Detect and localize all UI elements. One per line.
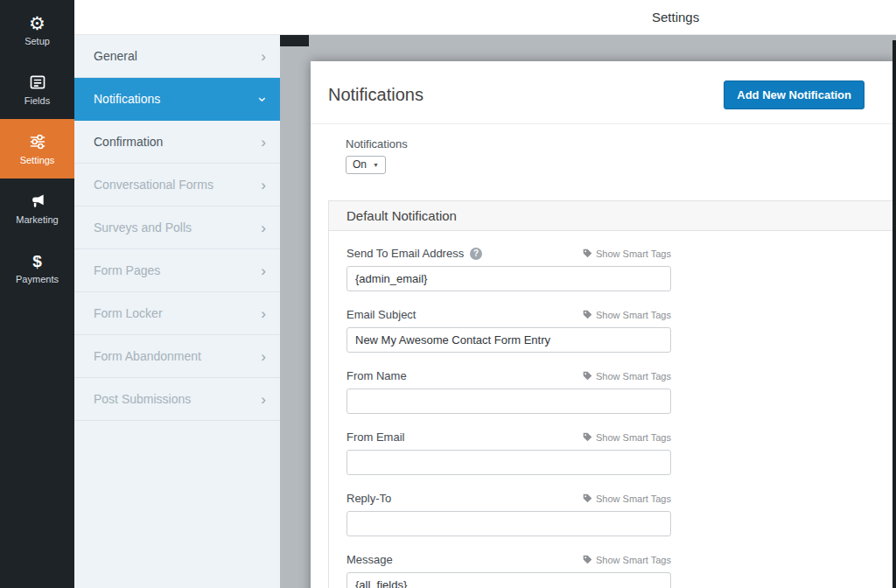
settings-nav-item-confirmation[interactable]: Confirmation ›	[74, 121, 280, 164]
smart-tags-label: Show Smart Tags	[596, 371, 671, 382]
nav-label: Confirmation	[94, 135, 163, 149]
chevron-right-icon: ›	[261, 392, 266, 407]
page-title: Settings	[652, 10, 699, 24]
show-smart-tags-link[interactable]: Show Smart Tags	[583, 494, 671, 504]
tag-icon	[583, 310, 592, 319]
chevron-right-icon: ›	[261, 135, 266, 150]
select-value: On	[353, 158, 367, 171]
megaphone-icon	[29, 192, 46, 211]
message-textarea[interactable]: {all_fields}	[346, 572, 671, 588]
smart-tags-label: Show Smart Tags	[596, 248, 671, 259]
nav-label: Surveys and Polls	[94, 220, 192, 234]
help-icon[interactable]: ?	[470, 248, 482, 260]
smart-tags-label: Show Smart Tags	[596, 310, 671, 320]
reply-to-input[interactable]	[346, 511, 671, 536]
field-label: Message	[346, 553, 393, 566]
tag-icon	[583, 555, 592, 564]
smart-tags-label: Show Smart Tags	[596, 555, 671, 565]
nav-label: Notifications	[94, 92, 160, 106]
show-smart-tags-link[interactable]: Show Smart Tags	[583, 432, 671, 443]
chevron-down-icon: ›	[256, 96, 271, 102]
email-subject-input[interactable]	[346, 327, 671, 353]
tag-icon	[583, 494, 592, 503]
field-group-from-name: From Name Show Smart Tags	[346, 369, 671, 414]
gear-icon: ⚙	[29, 13, 46, 32]
panel-title: Notifications	[328, 85, 424, 105]
field-group-reply-to: Reply-To Show Smart Tags	[346, 492, 671, 536]
builder-topbar: Settings	[74, 0, 896, 35]
builder-nav-marketing[interactable]: Marketing	[0, 178, 74, 238]
notifications-on-off-select[interactable]: On ▼	[346, 156, 386, 174]
scrollbar[interactable]	[892, 40, 896, 588]
chevron-right-icon: ›	[261, 220, 266, 235]
section-header: Default Notification	[329, 201, 896, 231]
select-arrow-icon: ▼	[373, 162, 379, 168]
field-group-email-subject: Email Subject Show Smart Tags	[346, 308, 671, 353]
builder-nav-settings[interactable]: Settings	[0, 119, 74, 178]
chevron-right-icon: ›	[261, 263, 266, 278]
show-smart-tags-link[interactable]: Show Smart Tags	[583, 371, 671, 382]
tag-icon	[583, 248, 592, 258]
field-group-from-email: From Email Show Smart Tags	[346, 430, 671, 475]
section-body: Send To Email Address ? Show Smart Tags …	[329, 231, 896, 588]
field-label: Send To Email Address	[346, 247, 464, 260]
nav-label: Form Abandonment	[94, 349, 201, 363]
field-group-message: Message Show Smart Tags {all_fields}	[346, 553, 671, 588]
field-label: Email Subject	[346, 308, 416, 321]
show-smart-tags-link[interactable]: Show Smart Tags	[583, 310, 671, 320]
nav-label: Form Locker	[94, 306, 163, 320]
show-smart-tags-link[interactable]: Show Smart Tags	[583, 248, 671, 259]
admin-menu-notch	[280, 35, 309, 46]
settings-nav-item-form-locker[interactable]: Form Locker ›	[74, 292, 280, 335]
chevron-right-icon: ›	[261, 349, 266, 364]
builder-nav-payments[interactable]: $ Payments	[0, 238, 74, 298]
builder-nav-setup[interactable]: ⚙ Setup	[0, 0, 74, 60]
send-to-email-input[interactable]	[346, 266, 671, 291]
notifications-toggle-label: Notifications	[346, 137, 878, 150]
field-group-send-to-email: Send To Email Address ? Show Smart Tags	[346, 247, 671, 291]
builder-nav-label: Marketing	[16, 214, 58, 225]
settings-nav-item-form-abandonment[interactable]: Form Abandonment ›	[74, 335, 280, 378]
builder-nav-label: Settings	[20, 155, 55, 165]
nav-label: Post Submissions	[94, 392, 191, 406]
settings-nav-item-general[interactable]: General ›	[74, 35, 280, 78]
settings-nav-item-post-submissions[interactable]: Post Submissions ›	[74, 378, 280, 421]
default-notification-section: Default Notification Send To Email Addre…	[328, 200, 896, 588]
builder-nav-label: Payments	[16, 274, 59, 284]
field-label: From Email	[346, 430, 404, 444]
sliders-icon	[29, 132, 46, 151]
show-smart-tags-link[interactable]: Show Smart Tags	[583, 555, 671, 565]
from-email-input[interactable]	[346, 450, 671, 475]
tag-icon	[583, 432, 592, 442]
field-label: Reply-To	[346, 492, 391, 505]
smart-tags-label: Show Smart Tags	[596, 494, 671, 504]
fields-icon	[29, 73, 46, 92]
nav-label: Conversational Forms	[94, 178, 214, 192]
notifications-toggle-block: Notifications On ▼	[346, 137, 878, 174]
settings-sidebar: General › Notifications › Confirmation ›…	[74, 35, 280, 588]
chevron-right-icon: ›	[261, 49, 266, 64]
notifications-panel: Notifications Add New Notification Notif…	[311, 61, 896, 588]
settings-nav-item-surveys-and-polls[interactable]: Surveys and Polls ›	[74, 206, 280, 249]
settings-nav-item-form-pages[interactable]: Form Pages ›	[74, 249, 280, 292]
builder-sidebar: ⚙ Setup Fields Settings	[0, 0, 74, 588]
add-new-notification-button[interactable]: Add New Notification	[724, 80, 864, 109]
builder-nav-label: Setup	[24, 36, 50, 46]
chevron-right-icon: ›	[261, 178, 266, 192]
field-label: From Name	[346, 369, 407, 382]
builder-nav-label: Fields	[24, 95, 50, 106]
settings-nav-item-notifications[interactable]: Notifications ›	[74, 78, 280, 121]
builder-nav-fields[interactable]: Fields	[0, 60, 74, 119]
panel-header: Notifications Add New Notification	[311, 61, 896, 124]
settings-nav-item-conversational-forms[interactable]: Conversational Forms ›	[74, 164, 280, 206]
chevron-right-icon: ›	[261, 306, 266, 321]
tag-icon	[583, 371, 592, 381]
smart-tags-label: Show Smart Tags	[596, 432, 671, 443]
dollar-icon: $	[32, 251, 42, 270]
nav-label: Form Pages	[94, 263, 160, 277]
nav-label: General	[94, 49, 137, 63]
from-name-input[interactable]	[346, 388, 671, 414]
